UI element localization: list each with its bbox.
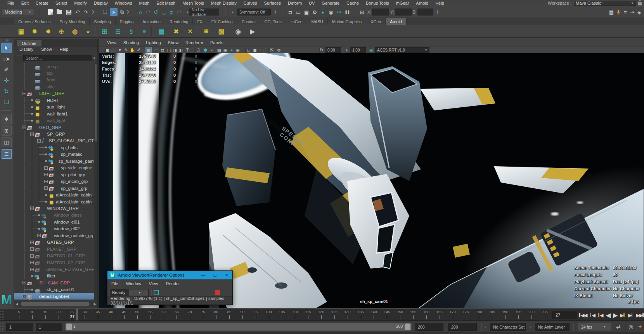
collapse-icon[interactable]: − xyxy=(23,92,26,95)
step-forward-frame-button[interactable]: ▶ xyxy=(628,312,633,318)
outliner-item-window_el01[interactable]: window_el01 xyxy=(14,219,95,225)
animation-end-field[interactable]: 200 xyxy=(448,323,477,331)
outliner-persp-layout[interactable]: ☰ xyxy=(2,149,12,159)
time-slider-grip[interactable] xyxy=(0,309,5,320)
absolute-relative-icon[interactable]: ⊞ xyxy=(358,8,366,16)
two-pane-layout[interactable]: ◫ xyxy=(2,137,12,147)
outliner-item-sun_light[interactable]: sun_light xyxy=(14,104,95,110)
character-set-field[interactable]: No Character Set xyxy=(490,323,526,331)
scale-tool[interactable]: ❏ xyxy=(1,97,12,107)
outliner-item-sp_glass_grp[interactable]: +sp_glass_grp xyxy=(14,185,95,191)
go-to-start-button[interactable]: ◀◀ xyxy=(579,312,587,318)
resolution-gate-icon[interactable]: ◘ xyxy=(159,47,166,53)
outliner-item-sp_global_rig_ctrl[interactable]: −ʃSP_GLOBAL_RIG_CTRL xyxy=(14,138,95,144)
outliner-item-smoke_futage_grp[interactable]: +SMOKE_FUTAGE_GRP xyxy=(14,266,95,273)
motion-blur-icon[interactable]: ◉ xyxy=(235,47,241,53)
shelf-tab-sculpting[interactable]: Sculpting xyxy=(90,18,115,25)
scroll-left-icon[interactable]: ◀ xyxy=(15,302,19,306)
menu-cache[interactable]: Cache xyxy=(343,1,362,5)
menu-mesh-display[interactable]: Mesh Display xyxy=(208,1,240,5)
use-all-lights-icon[interactable]: ▩ xyxy=(216,47,222,53)
select-tool[interactable] xyxy=(1,43,12,53)
make-live-icon[interactable]: ◠ xyxy=(175,8,183,16)
shelf-tab-arnold[interactable]: Arnold xyxy=(386,18,406,25)
point-light-icon[interactable]: ✹ xyxy=(29,26,40,37)
axis-x-field[interactable] xyxy=(372,9,389,15)
expand-icon[interactable]: + xyxy=(30,254,34,258)
four-pane-layout[interactable]: ⊞ xyxy=(2,126,12,136)
outliner-horizontal-scrollbar[interactable]: ◀ ▶ xyxy=(15,301,97,306)
safe-action-icon[interactable]: ◧ xyxy=(178,47,184,53)
arnold-menu-file[interactable]: File xyxy=(111,281,118,286)
pause-viewport-icon[interactable]: ❚❚ xyxy=(343,8,351,16)
expand-icon[interactable]: + xyxy=(30,241,34,244)
outliner-item-sp_bolts[interactable]: sp_bolts xyxy=(14,144,95,151)
play-backwards-button[interactable]: ◀ xyxy=(606,312,610,319)
range-slider-grip[interactable] xyxy=(0,321,5,332)
area-light-icon[interactable]: ▣ xyxy=(16,26,26,37)
group-expand-icon[interactable]: ❯ xyxy=(92,10,95,14)
menu-windows[interactable]: Windows xyxy=(111,1,136,5)
shelf-tab-fx-caching[interactable]: FX Caching xyxy=(207,18,237,25)
shelf-tab-rendering[interactable]: Rendering xyxy=(165,18,193,25)
animation-start-field[interactable]: 1 xyxy=(6,323,33,331)
exposure-field[interactable]: 0.00 xyxy=(325,47,341,53)
menu-arnold[interactable]: Arnold xyxy=(412,1,432,5)
view-transform-icon[interactable]: ◉ xyxy=(368,47,374,53)
outliner-item-sp_pilot_grp[interactable]: +sp_pilot_grp xyxy=(14,171,95,178)
shelf-tab-fx[interactable]: FX xyxy=(193,18,207,25)
outliner-tab[interactable]: Outliner xyxy=(17,40,42,46)
menu-curves[interactable]: Curves xyxy=(240,1,261,5)
arnold-menu-view[interactable]: View xyxy=(149,281,158,286)
shelf-tab-rigging[interactable]: Rigging xyxy=(116,18,138,25)
axis-y-field[interactable] xyxy=(395,9,412,15)
render-current-frame-icon[interactable]: ▭ xyxy=(294,8,302,16)
field-chart-icon[interactable]: ◨ xyxy=(172,47,178,53)
outliner-item-defaultlightset[interactable]: +defaultLightSet xyxy=(14,293,95,300)
snap-view-plane-icon[interactable]: ⊃ xyxy=(168,8,175,16)
outliner-item-window_el02[interactable]: window_el02 xyxy=(14,226,95,232)
go-to-end-button[interactable]: ▶▶ xyxy=(636,312,644,318)
current-frame-field[interactable]: 27 xyxy=(552,311,576,319)
arnold-menu-render[interactable]: Render xyxy=(166,281,180,286)
modeling-toolkit-icon[interactable]: ▦ xyxy=(608,8,615,16)
symmetry-field[interactable]: Symmetry: Off xyxy=(237,9,271,15)
shelf-tab-cg-tools[interactable]: CG_Tools xyxy=(260,18,287,25)
menu-uv[interactable]: UV xyxy=(305,1,318,5)
fps-dropdown[interactable]: 24 fps▼ xyxy=(578,323,612,331)
menu-deform[interactable]: Deform xyxy=(284,1,305,5)
tx-manager-icon[interactable]: ▦ xyxy=(156,26,167,37)
view-transform-dropdown[interactable]: ACES RRT v1.0▼ xyxy=(375,47,429,53)
single-pane-layout[interactable]: ❖ xyxy=(2,114,12,124)
chevron-down-icon[interactable]: ▽ xyxy=(529,325,531,329)
menu-file[interactable]: File xyxy=(4,1,18,5)
menu-generate[interactable]: Generate xyxy=(318,1,343,5)
arnold-menu-window[interactable]: Window xyxy=(126,281,141,286)
shelf-tab-curves-surfaces[interactable]: Curves / Surfaces xyxy=(14,18,55,25)
outliner-item-sp_incab_grp[interactable]: +sp_incab_grp xyxy=(14,178,95,185)
new-scene-icon[interactable] xyxy=(47,8,54,16)
outliner-item-raptor_01_grp[interactable]: +RAPTOR_01_GRP xyxy=(14,253,95,259)
toolbox-grip[interactable] xyxy=(1,39,12,42)
chevron-down-icon[interactable]: ▼ xyxy=(92,57,97,60)
expand-icon[interactable]: + xyxy=(44,180,48,183)
shelf-tab-xgen[interactable]: XGen xyxy=(366,18,386,25)
menu-modify[interactable]: Modify xyxy=(71,1,90,5)
standin-create-icon[interactable]: ⊞ xyxy=(99,26,110,37)
expand-icon[interactable]: + xyxy=(37,234,41,237)
bookmark-icon[interactable]: ▼ xyxy=(117,47,123,53)
mesh-light-icon[interactable]: ◍ xyxy=(69,26,80,37)
menu-help[interactable]: Help xyxy=(432,1,448,5)
crop-region-icon[interactable] xyxy=(154,290,159,295)
range-start-handle[interactable] xyxy=(66,324,72,330)
lock-icon[interactable] xyxy=(638,2,642,5)
character-controls-icon[interactable]: 🧍 xyxy=(615,8,622,16)
viewport-menu-show[interactable]: Show xyxy=(164,40,182,45)
select-hierarchy-icon[interactable]: ⛶ xyxy=(101,8,109,16)
shelf-tab-motion-graphics[interactable]: Motion Graphics xyxy=(328,18,366,25)
photometric-light-icon[interactable]: ◒ xyxy=(83,26,93,37)
outliner-menu-help[interactable]: Help xyxy=(56,47,73,53)
attribute-spreadsheet-icon[interactable]: ≡ xyxy=(621,8,629,16)
outliner-item-sp_fuselage_paint[interactable]: sp_fuselage_paint xyxy=(14,158,95,164)
outliner-item-geo_grp[interactable]: −GEO_GRP xyxy=(14,124,95,131)
